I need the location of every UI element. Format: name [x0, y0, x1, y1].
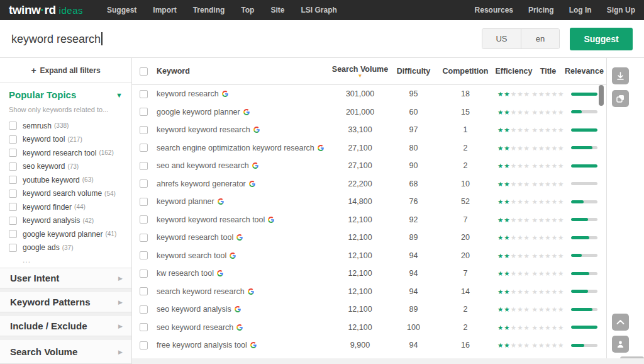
nav-top[interactable]: Top [241, 6, 254, 14]
country-selector[interactable]: US [482, 29, 521, 48]
google-icon[interactable] [250, 342, 257, 348]
google-icon[interactable] [248, 288, 254, 295]
row-checkbox[interactable] [140, 108, 148, 116]
topic-google-ads[interactable]: google ads(37) [9, 241, 123, 255]
google-icon[interactable] [235, 306, 241, 312]
row-checkbox[interactable] [140, 234, 148, 242]
google-icon[interactable] [318, 145, 324, 151]
table-row[interactable]: keyword keyword research33,100971★★★★★★★… [132, 121, 606, 139]
table-row[interactable]: google keyword planner201,0006015★★★★★★★… [132, 103, 606, 122]
topic-checkbox[interactable] [9, 135, 17, 144]
section-search-volume[interactable]: Search Volume▶ [0, 340, 131, 364]
competition-column-header[interactable]: Competition [437, 67, 494, 76]
search-volume-column-header[interactable]: Search Volume ▼ [330, 65, 390, 78]
row-checkbox[interactable] [140, 270, 148, 278]
table-row[interactable]: keyword research301,0009518★★★★★★★★★★ [132, 85, 606, 103]
topic-keyword-research-tool[interactable]: keyword research tool(162) [9, 146, 123, 160]
topic-seo-keyword[interactable]: seo keyword(73) [9, 160, 123, 174]
nav-log-in[interactable]: Log In [569, 6, 592, 14]
keyword-text[interactable]: seo keyword analysis [157, 305, 231, 314]
suggest-button[interactable]: Suggest [570, 28, 633, 50]
keyword-text[interactable]: keyword planner [157, 197, 214, 206]
section-include-exclude[interactable]: Include / Exclude▶ [0, 316, 131, 336]
keyword-text[interactable]: google keyword planner [157, 108, 240, 117]
table-row[interactable]: keyword keyword research tool12,100927★★… [132, 211, 606, 229]
difficulty-column-header[interactable]: Difficulty [390, 67, 437, 76]
select-all-checkbox[interactable] [140, 67, 148, 76]
topic-keyword-search-volume[interactable]: keyword search volume(54) [9, 187, 123, 201]
table-row[interactable]: search keyword research12,1009414★★★★★★★… [132, 283, 606, 301]
keyword-column-header[interactable]: Keyword [157, 67, 190, 76]
nav-import[interactable]: Import [153, 6, 176, 14]
google-icon[interactable] [218, 198, 224, 205]
topic-youtube-keyword[interactable]: youtube keyword(63) [9, 173, 123, 187]
popular-topics-header[interactable]: Popular Topics ▼ [9, 89, 123, 100]
row-checkbox[interactable] [140, 126, 148, 134]
row-checkbox[interactable] [140, 251, 148, 259]
table-row[interactable]: kw research tool12,100947★★★★★★★★★★ [132, 264, 606, 283]
topic-checkbox[interactable] [9, 149, 17, 157]
title-column-header[interactable]: Title [534, 67, 562, 76]
topic-checkbox[interactable] [9, 203, 17, 211]
google-icon[interactable] [253, 127, 260, 133]
google-icon[interactable] [236, 324, 243, 331]
nav-sign-up[interactable]: Sign Up [607, 6, 635, 14]
google-icon[interactable] [243, 109, 250, 115]
topic-checkbox[interactable] [9, 230, 17, 238]
google-icon[interactable] [236, 234, 243, 241]
row-checkbox[interactable] [140, 144, 148, 152]
google-icon[interactable] [222, 91, 228, 97]
row-checkbox[interactable] [140, 179, 148, 188]
expand-all-filters-button[interactable]: + Expand all filters [0, 58, 131, 83]
row-checkbox[interactable] [140, 215, 148, 224]
google-icon[interactable] [252, 162, 258, 169]
efficiency-column-header[interactable]: Efficiency [494, 67, 534, 76]
google-icon[interactable] [217, 270, 223, 276]
topic-google-keyword-planner[interactable]: google keyword planner(41) [9, 227, 123, 241]
nav-trending[interactable]: Trending [193, 6, 225, 14]
row-checkbox[interactable] [140, 287, 148, 295]
nav-suggest[interactable]: Suggest [107, 6, 136, 14]
nav-resources[interactable]: Resources [475, 6, 513, 14]
table-row[interactable]: search engine optimization keyword resea… [132, 139, 606, 157]
row-checkbox[interactable] [140, 162, 148, 170]
keyword-text[interactable]: seo and keyword research [157, 161, 249, 170]
copy-button[interactable] [612, 90, 629, 107]
topic-keyword-finder[interactable]: keyword finder(44) [9, 200, 123, 214]
keyword-text[interactable]: keyword keyword research tool [157, 215, 265, 224]
google-icon[interactable] [230, 253, 236, 259]
topic-keyword-tool[interactable]: keyword tool(217) [9, 133, 123, 147]
row-checkbox[interactable] [140, 90, 148, 98]
section-user-intent[interactable]: User Intent▶ [0, 268, 131, 288]
table-row[interactable]: seo keyword analysis12,100892★★★★★★★★★★ [132, 300, 606, 319]
nav-site[interactable]: Site [270, 6, 284, 14]
topic-checkbox[interactable] [9, 190, 17, 198]
topic-checkbox[interactable] [9, 176, 17, 184]
row-checkbox[interactable] [140, 323, 148, 331]
table-row[interactable]: keyword planner14,8007652★★★★★★★★★★ [132, 193, 606, 211]
nav-lsi-graph[interactable]: LSI Graph [301, 6, 336, 14]
table-row[interactable]: keyword research tool12,1008920★★★★★★★★★… [132, 229, 606, 247]
search-input[interactable]: keyword research [11, 32, 103, 46]
relevance-column-header[interactable]: Relevance [562, 67, 606, 76]
google-icon[interactable] [249, 181, 255, 187]
vertical-scrollbar-thumb[interactable] [599, 85, 604, 106]
keyword-text[interactable]: keyword search tool [157, 251, 226, 260]
row-checkbox[interactable] [140, 198, 148, 206]
section-keyword-patterns[interactable]: Keyword Patterns▶ [0, 292, 131, 312]
table-row[interactable]: free keyword analysis tool9,9009416★★★★★… [132, 336, 606, 355]
keyword-text[interactable]: search engine optimization keyword resea… [157, 144, 314, 152]
account-button[interactable] [612, 336, 629, 353]
topic-checkbox[interactable] [9, 244, 17, 252]
twinword-logo[interactable]: twinw·rd ideas [9, 3, 83, 17]
keyword-text[interactable]: keyword keyword research [157, 125, 250, 134]
keyword-text[interactable]: free keyword analysis tool [157, 341, 247, 350]
topic-keyword-analysis[interactable]: keyword analysis(42) [9, 214, 123, 228]
topic-checkbox[interactable] [9, 162, 17, 171]
language-selector[interactable]: en [521, 29, 559, 48]
topic-list-more[interactable]: ... [23, 256, 123, 264]
keyword-text[interactable]: ahrefs keyword generator [157, 179, 246, 188]
row-checkbox[interactable] [140, 341, 148, 350]
topic-checkbox[interactable] [9, 122, 17, 130]
google-icon[interactable] [268, 217, 274, 223]
